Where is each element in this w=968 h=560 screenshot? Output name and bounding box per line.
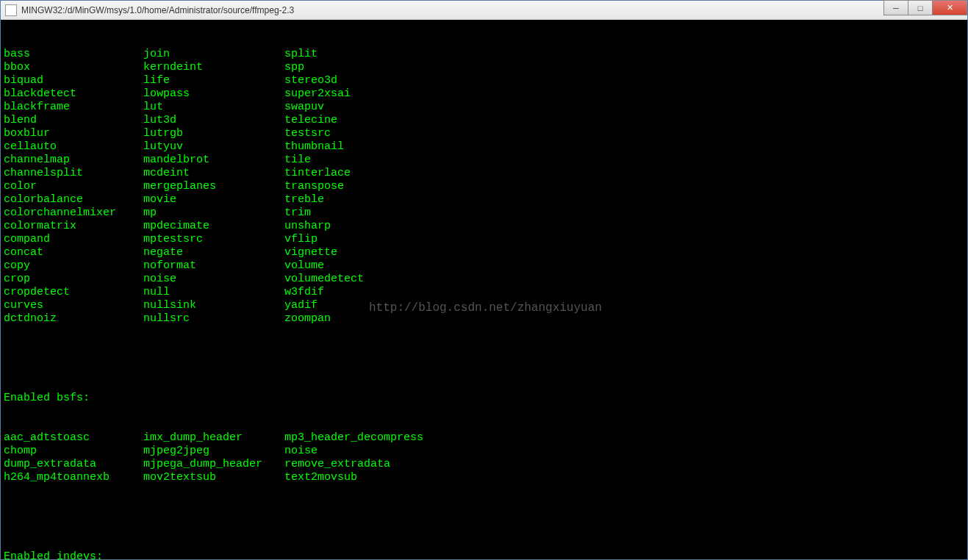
- list-item: h264_mp4toannexb: [4, 471, 143, 484]
- list-item: null: [143, 286, 284, 299]
- list-item: spp: [284, 61, 431, 74]
- list-item: dump_extradata: [4, 458, 143, 471]
- list-item: dctdnoiz: [4, 312, 143, 326]
- list-item: curves: [4, 299, 143, 312]
- list-item: chomp: [4, 445, 143, 458]
- list-item: tinterlace: [284, 167, 431, 180]
- list-item: volumedetect: [284, 273, 431, 286]
- bsfs-grid: aac_adtstoascimx_dump_headermp3_header_d…: [4, 431, 964, 484]
- list-item: cropdetect: [4, 286, 143, 299]
- list-item: remove_extradata: [284, 458, 431, 471]
- list-item: testsrc: [284, 127, 431, 140]
- list-item: mp: [143, 207, 284, 220]
- list-item: mp3_header_decompress: [284, 431, 431, 445]
- list-item: lutrgb: [143, 127, 284, 140]
- list-item: life: [143, 74, 284, 87]
- list-item: concat: [4, 246, 143, 259]
- list-item: lowpass: [143, 87, 284, 101]
- bsfs-header: Enabled bsfs:: [4, 392, 964, 405]
- list-item: biquad: [4, 74, 143, 87]
- list-item: colorchannelmixer: [4, 207, 143, 220]
- list-item: channelmap: [4, 154, 143, 167]
- list-item: telecine: [284, 114, 431, 127]
- close-button[interactable]: ✕: [932, 0, 967, 15]
- list-item: vflip: [284, 233, 431, 246]
- indevs-header: Enabled indevs:: [4, 550, 964, 559]
- list-item: aac_adtstoasc: [4, 431, 143, 445]
- list-item: lut3d: [143, 114, 284, 127]
- filters-grid: bassjoinsplitbboxkerndeintsppbiquadlifes…: [4, 48, 964, 326]
- list-item: mandelbrot: [143, 154, 284, 167]
- list-item: tile: [284, 154, 431, 167]
- list-item: bass: [4, 48, 143, 61]
- list-item: text2movsub: [284, 471, 431, 484]
- terminal-window: MINGW32:/d/MinGW/msys/1.0/home/Administr…: [0, 0, 968, 560]
- list-item: bbox: [4, 61, 143, 74]
- list-item: swapuv: [284, 101, 431, 114]
- list-item: colormatrix: [4, 220, 143, 233]
- list-item: thumbnail: [284, 140, 431, 154]
- terminal-output: bassjoinsplitbboxkerndeintsppbiquadlifes…: [1, 20, 967, 559]
- list-item: mpdecimate: [143, 220, 284, 233]
- list-item: imx_dump_header: [143, 431, 284, 445]
- list-item: lut: [143, 101, 284, 114]
- list-item: blackdetect: [4, 87, 143, 101]
- list-item: color: [4, 180, 143, 193]
- window-title: MINGW32:/d/MinGW/msys/1.0/home/Administr…: [21, 5, 967, 15]
- list-item: blackframe: [4, 101, 143, 114]
- list-item: noise: [143, 273, 284, 286]
- list-item: mergeplanes: [143, 180, 284, 193]
- list-item: lutyuv: [143, 140, 284, 154]
- list-item: colorbalance: [4, 193, 143, 207]
- list-item: unsharp: [284, 220, 431, 233]
- list-item: trim: [284, 207, 431, 220]
- list-item: mov2textsub: [143, 471, 284, 484]
- list-item: blend: [4, 114, 143, 127]
- list-item: channelsplit: [4, 167, 143, 180]
- list-item: negate: [143, 246, 284, 259]
- list-item: super2xsai: [284, 87, 431, 101]
- list-item: noise: [284, 445, 431, 458]
- list-item: copy: [4, 259, 143, 273]
- list-item: cellauto: [4, 140, 143, 154]
- app-icon: [5, 4, 17, 16]
- titlebar[interactable]: MINGW32:/d/MinGW/msys/1.0/home/Administr…: [1, 1, 967, 20]
- list-item: movie: [143, 193, 284, 207]
- list-item: nullsink: [143, 299, 284, 312]
- list-item: zoompan: [284, 312, 431, 326]
- list-item: nullsrc: [143, 312, 284, 326]
- list-item: transpose: [284, 180, 431, 193]
- list-item: mcdeint: [143, 167, 284, 180]
- list-item: treble: [284, 193, 431, 207]
- list-item: boxblur: [4, 127, 143, 140]
- list-item: vignette: [284, 246, 431, 259]
- list-item: stereo3d: [284, 74, 431, 87]
- list-item: volume: [284, 259, 431, 273]
- list-item: join: [143, 48, 284, 61]
- list-item: mjpega_dump_header: [143, 458, 284, 471]
- list-item: compand: [4, 233, 143, 246]
- list-item: yadif: [284, 299, 431, 312]
- list-item: noformat: [143, 259, 284, 273]
- list-item: kerndeint: [143, 61, 284, 74]
- maximize-button[interactable]: □: [908, 0, 933, 15]
- list-item: mjpeg2jpeg: [143, 445, 284, 458]
- list-item: split: [284, 48, 431, 61]
- list-item: mptestsrc: [143, 233, 284, 246]
- terminal-viewport[interactable]: bassjoinsplitbboxkerndeintsppbiquadlifes…: [1, 20, 967, 559]
- list-item: crop: [4, 273, 143, 286]
- window-controls: ─ □ ✕: [884, 0, 967, 15]
- minimize-button[interactable]: ─: [883, 0, 908, 15]
- list-item: w3fdif: [284, 286, 431, 299]
